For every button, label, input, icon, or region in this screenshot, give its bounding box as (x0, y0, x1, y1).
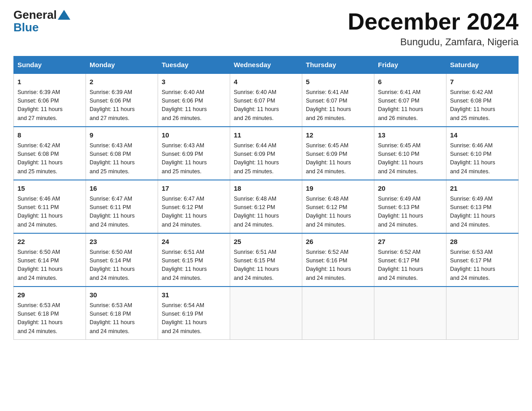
week-row-2: 8Sunrise: 6:42 AMSunset: 6:08 PMDaylight… (14, 127, 519, 180)
calendar-cell: 9Sunrise: 6:43 AMSunset: 6:08 PMDaylight… (86, 127, 158, 180)
day-number: 1 (17, 77, 82, 87)
calendar-cell: 23Sunrise: 6:50 AMSunset: 6:14 PMDayligh… (86, 233, 158, 287)
day-number: 25 (234, 237, 298, 247)
day-info: Sunrise: 6:48 AMSunset: 6:12 PMDaylight:… (234, 195, 298, 230)
weekday-header-wednesday: Wednesday (230, 56, 302, 74)
day-number: 18 (234, 184, 298, 194)
day-number: 23 (90, 237, 154, 247)
day-info: Sunrise: 6:39 AMSunset: 6:06 PMDaylight:… (90, 88, 154, 123)
calendar-cell: 20Sunrise: 6:49 AMSunset: 6:13 PMDayligh… (374, 180, 446, 233)
day-number: 29 (17, 290, 82, 300)
calendar-cell: 11Sunrise: 6:44 AMSunset: 6:09 PMDayligh… (230, 127, 302, 180)
logo-general-text: General (13, 9, 57, 21)
calendar-cell (374, 287, 446, 340)
calendar-cell: 31Sunrise: 6:54 AMSunset: 6:19 PMDayligh… (158, 287, 230, 340)
calendar-cell: 3Sunrise: 6:40 AMSunset: 6:06 PMDaylight… (158, 73, 230, 127)
day-info: Sunrise: 6:53 AMSunset: 6:17 PMDaylight:… (450, 248, 515, 283)
calendar-cell: 27Sunrise: 6:52 AMSunset: 6:17 PMDayligh… (374, 233, 446, 287)
day-info: Sunrise: 6:47 AMSunset: 6:11 PMDaylight:… (90, 195, 154, 230)
page-header: General Blue December 2024 Bungudu, Zamf… (13, 9, 519, 48)
calendar-cell (302, 287, 374, 340)
day-number: 10 (162, 130, 226, 141)
weekday-header-row: SundayMondayTuesdayWednesdayThursdayFrid… (14, 56, 519, 74)
logo-blue-text: Blue (13, 21, 39, 34)
day-info: Sunrise: 6:51 AMSunset: 6:15 PMDaylight:… (234, 248, 298, 283)
calendar-cell: 18Sunrise: 6:48 AMSunset: 6:12 PMDayligh… (230, 180, 302, 233)
calendar-cell (446, 287, 519, 340)
day-number: 20 (378, 184, 442, 194)
calendar-cell: 24Sunrise: 6:51 AMSunset: 6:15 PMDayligh… (158, 233, 230, 287)
day-info: Sunrise: 6:52 AMSunset: 6:16 PMDaylight:… (306, 248, 370, 283)
day-number: 6 (378, 77, 442, 87)
day-number: 26 (306, 237, 370, 247)
calendar-cell: 10Sunrise: 6:43 AMSunset: 6:09 PMDayligh… (158, 127, 230, 180)
week-row-5: 29Sunrise: 6:53 AMSunset: 6:18 PMDayligh… (14, 287, 519, 340)
calendar-cell: 29Sunrise: 6:53 AMSunset: 6:18 PMDayligh… (14, 287, 86, 340)
day-number: 15 (17, 184, 82, 194)
calendar-cell: 8Sunrise: 6:42 AMSunset: 6:08 PMDaylight… (14, 127, 86, 180)
calendar-cell: 2Sunrise: 6:39 AMSunset: 6:06 PMDaylight… (86, 73, 158, 127)
calendar-cell: 30Sunrise: 6:53 AMSunset: 6:18 PMDayligh… (86, 287, 158, 340)
day-number: 8 (17, 130, 82, 141)
calendar-cell (230, 287, 302, 340)
day-info: Sunrise: 6:53 AMSunset: 6:18 PMDaylight:… (17, 301, 82, 336)
calendar-cell: 4Sunrise: 6:40 AMSunset: 6:07 PMDaylight… (230, 73, 302, 127)
day-info: Sunrise: 6:42 AMSunset: 6:08 PMDaylight:… (17, 141, 82, 176)
day-info: Sunrise: 6:45 AMSunset: 6:09 PMDaylight:… (306, 141, 370, 176)
weekday-header-saturday: Saturday (446, 56, 519, 74)
day-info: Sunrise: 6:42 AMSunset: 6:08 PMDaylight:… (450, 88, 515, 123)
day-info: Sunrise: 6:53 AMSunset: 6:18 PMDaylight:… (90, 301, 154, 336)
day-info: Sunrise: 6:41 AMSunset: 6:07 PMDaylight:… (306, 88, 370, 123)
calendar-cell: 25Sunrise: 6:51 AMSunset: 6:15 PMDayligh… (230, 233, 302, 287)
calendar-cell: 15Sunrise: 6:46 AMSunset: 6:11 PMDayligh… (14, 180, 86, 233)
calendar-cell: 22Sunrise: 6:50 AMSunset: 6:14 PMDayligh… (14, 233, 86, 287)
weekday-header-sunday: Sunday (14, 56, 86, 74)
day-info: Sunrise: 6:49 AMSunset: 6:13 PMDaylight:… (378, 195, 442, 230)
weekday-header-monday: Monday (86, 56, 158, 74)
week-row-4: 22Sunrise: 6:50 AMSunset: 6:14 PMDayligh… (14, 233, 519, 287)
calendar-cell: 26Sunrise: 6:52 AMSunset: 6:16 PMDayligh… (302, 233, 374, 287)
weekday-header-friday: Friday (374, 56, 446, 74)
calendar-cell: 5Sunrise: 6:41 AMSunset: 6:07 PMDaylight… (302, 73, 374, 127)
day-info: Sunrise: 6:48 AMSunset: 6:12 PMDaylight:… (306, 195, 370, 230)
calendar-cell: 12Sunrise: 6:45 AMSunset: 6:09 PMDayligh… (302, 127, 374, 180)
day-info: Sunrise: 6:46 AMSunset: 6:10 PMDaylight:… (450, 141, 515, 176)
day-info: Sunrise: 6:44 AMSunset: 6:09 PMDaylight:… (234, 141, 298, 176)
calendar-cell: 16Sunrise: 6:47 AMSunset: 6:11 PMDayligh… (86, 180, 158, 233)
calendar-cell: 17Sunrise: 6:47 AMSunset: 6:12 PMDayligh… (158, 180, 230, 233)
day-number: 12 (306, 130, 370, 141)
weekday-header-thursday: Thursday (302, 56, 374, 74)
day-info: Sunrise: 6:39 AMSunset: 6:06 PMDaylight:… (17, 88, 82, 123)
calendar-cell: 21Sunrise: 6:49 AMSunset: 6:13 PMDayligh… (446, 180, 519, 233)
day-number: 28 (450, 237, 515, 247)
day-info: Sunrise: 6:50 AMSunset: 6:14 PMDaylight:… (17, 248, 82, 283)
day-number: 19 (306, 184, 370, 194)
month-title: December 2024 (348, 9, 519, 34)
location-title: Bungudu, Zamfara, Nigeria (348, 36, 519, 48)
day-info: Sunrise: 6:51 AMSunset: 6:15 PMDaylight:… (162, 248, 226, 283)
day-number: 7 (450, 77, 515, 87)
day-number: 21 (450, 184, 515, 194)
calendar-cell: 6Sunrise: 6:41 AMSunset: 6:07 PMDaylight… (374, 73, 446, 127)
logo-triangle-icon (58, 10, 70, 20)
day-number: 13 (378, 130, 442, 141)
day-info: Sunrise: 6:49 AMSunset: 6:13 PMDaylight:… (450, 195, 515, 230)
calendar-cell: 1Sunrise: 6:39 AMSunset: 6:06 PMDaylight… (14, 73, 86, 127)
day-number: 16 (90, 184, 154, 194)
day-info: Sunrise: 6:54 AMSunset: 6:19 PMDaylight:… (162, 301, 226, 336)
day-number: 24 (162, 237, 226, 247)
day-number: 22 (17, 237, 82, 247)
day-number: 31 (162, 290, 226, 300)
day-number: 2 (90, 77, 154, 87)
day-info: Sunrise: 6:46 AMSunset: 6:11 PMDaylight:… (17, 195, 82, 230)
logo: General Blue (13, 9, 71, 34)
title-area: December 2024 Bungudu, Zamfara, Nigeria (348, 9, 519, 48)
calendar-cell: 7Sunrise: 6:42 AMSunset: 6:08 PMDaylight… (446, 73, 519, 127)
day-number: 11 (234, 130, 298, 141)
day-number: 14 (450, 130, 515, 141)
day-number: 5 (306, 77, 370, 87)
day-info: Sunrise: 6:43 AMSunset: 6:09 PMDaylight:… (162, 141, 226, 176)
week-row-3: 15Sunrise: 6:46 AMSunset: 6:11 PMDayligh… (14, 180, 519, 233)
day-info: Sunrise: 6:40 AMSunset: 6:06 PMDaylight:… (162, 88, 226, 123)
day-info: Sunrise: 6:52 AMSunset: 6:17 PMDaylight:… (378, 248, 442, 283)
